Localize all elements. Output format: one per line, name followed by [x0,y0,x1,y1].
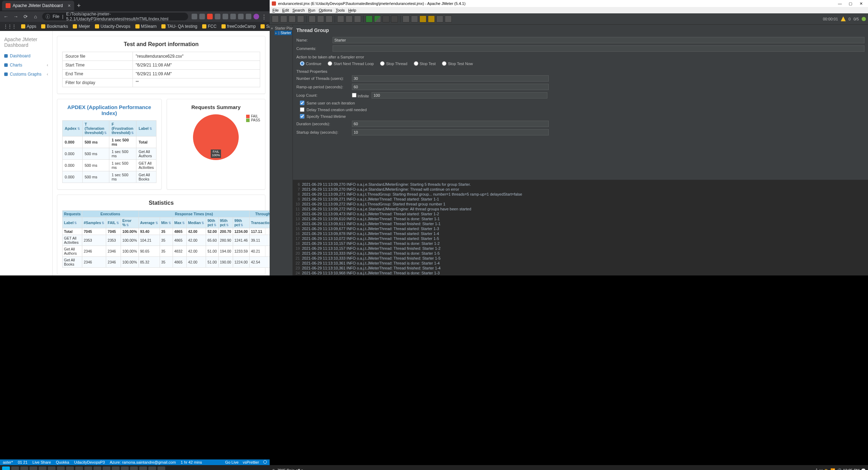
apdex-col[interactable]: F (Frustration threshold)⇅ [109,121,136,136]
bookmark-item[interactable]: Bookmarks [41,24,68,29]
collapse-icon[interactable] [346,15,353,23]
taskbar-app[interactable] [30,466,37,470]
close-button[interactable]: ✕ [856,1,866,6]
bookmark-item[interactable]: Udacity-Devops [95,24,130,29]
taskbar-app[interactable] [39,466,46,470]
tray-icon[interactable]: ⬚ [819,468,823,470]
taskbar-app[interactable] [103,466,110,470]
forward-button[interactable]: → [13,14,19,19]
open-icon[interactable] [289,15,296,23]
tray-chevron-icon[interactable]: ˄ [816,468,818,470]
apps-button[interactable]: ⋮⋮⋮ [4,24,16,29]
tray-wifi-icon[interactable]: 📶 [830,468,835,470]
taskbar-app[interactable] [84,466,92,470]
name-input[interactable] [333,37,864,43]
taskbar-app[interactable] [94,466,101,470]
tree-threadgroup[interactable]: ▸Starter [275,31,292,35]
start-button[interactable] [2,466,10,470]
vscode-status-item[interactable]: aster* [3,460,13,464]
close-icon[interactable]: × [68,3,71,8]
apdex-col[interactable]: Label⇅ [136,121,156,136]
stats-col[interactable]: Max⇅ [173,217,186,228]
ext-icon[interactable] [192,14,197,19]
bell-icon[interactable] [263,460,267,464]
stop-icon[interactable] [382,15,390,23]
loop-input[interactable] [372,92,547,99]
stats-col[interactable]: Transactions/s⇅ [249,217,270,228]
cut-icon[interactable] [309,15,316,23]
bookmark-item[interactable]: Sauce Labs | Autom... [261,24,270,29]
delay-create-check[interactable] [300,107,304,112]
vscode-status-item[interactable]: Azure: ramona.saintandre@gmail.com [110,460,176,464]
vscode-status-item[interactable]: 1 hr 42 mins [181,460,202,464]
reset-search-icon[interactable] [428,15,435,23]
menu-options[interactable]: Options [317,8,334,12]
reload-button[interactable]: ⟳ [22,14,29,19]
duration-input[interactable] [352,121,549,127]
clear-all-icon[interactable] [411,15,418,23]
stats-col[interactable]: Median⇅ [187,217,206,228]
test-plan-tree[interactable]: ▾Starter Plan ▸Starter [270,25,293,275]
save-icon[interactable] [297,15,304,23]
specify-lifetime-check[interactable] [300,114,304,119]
taskview-icon[interactable] [20,466,28,470]
home-button[interactable]: ⌂ [32,14,39,19]
templates-icon[interactable] [280,15,287,23]
stats-col[interactable]: 90th pct⇅ [206,217,218,228]
back-button[interactable]: ← [3,14,9,19]
bookmark-item[interactable]: MSlearn [135,24,157,29]
menu-run[interactable]: Run [307,8,317,12]
toggle-icon[interactable] [354,15,361,23]
ext-icon[interactable] [238,14,244,19]
vscode-status-item[interactable]: Go Live [225,460,239,464]
num-threads-input[interactable] [352,75,549,82]
nav-dashboard[interactable]: Dashboard [0,51,52,61]
log-panel[interactable]: 62021-06-29 11:13:09,270 INFO o.a.j.e.St… [293,181,868,275]
chrome-menu-icon[interactable]: ⋮ [261,14,267,19]
help-icon[interactable] [445,15,452,23]
vscode-status-item[interactable]: Live Share [32,460,51,464]
bookmark-item[interactable]: freeCodeCamp [221,24,256,29]
omnibox[interactable]: i File | E:/Tools/apache-jmeter-5.2.1/Ud… [42,13,188,20]
expand-icon[interactable] [337,15,344,23]
taskbar-app[interactable] [148,466,156,470]
clear-icon[interactable] [403,15,410,23]
minimize-button[interactable]: — [835,1,845,6]
menu-search[interactable]: Search [291,8,306,12]
tray-icon[interactable]: ⛅ [824,468,829,470]
vscode-status-item[interactable]: vsPrettier [243,460,259,464]
dashboard-main[interactable]: Test and Report information Source file"… [53,31,270,275]
vscode-status-item[interactable]: Quokka [56,460,69,464]
ext-icon[interactable] [223,14,228,19]
vscode-status-item[interactable]: 01 21 [18,460,28,464]
bookmark-item[interactable]: Apps [21,24,36,29]
stats-col[interactable]: #Samples⇅ [82,217,106,228]
taskbar-app[interactable] [121,466,129,470]
ramp-input[interactable] [352,84,549,90]
stats-col[interactable]: Average⇅ [139,217,160,228]
taskbar-app[interactable] [48,466,56,470]
apdex-col[interactable]: T (Toleration threshold)⇅ [82,121,109,136]
ext-icon[interactable] [199,14,205,19]
warning-icon[interactable] [841,17,846,21]
start-icon[interactable] [366,15,373,23]
taskbar-app[interactable] [112,466,120,470]
new-icon[interactable] [272,15,279,23]
taskbar-app[interactable] [139,466,147,470]
nav-customs[interactable]: Customs Graphs [0,70,52,79]
start-notimers-icon[interactable] [374,15,381,23]
nav-charts[interactable]: Charts [0,61,52,70]
tree-root[interactable]: ▾Starter Plan [270,26,292,31]
bookmark-item[interactable]: TAU- QA testing [161,24,197,29]
apdex-col[interactable]: Apdex⇅ [63,121,83,136]
site-info-icon[interactable]: i [46,14,50,19]
function-helper-icon[interactable] [436,15,443,23]
bookmark-item[interactable]: Meijer [73,24,90,29]
comments-input[interactable] [333,45,864,52]
taskbar-app[interactable] [130,466,138,470]
new-tab-button[interactable]: + [77,2,81,9]
taskbar-app[interactable] [66,466,74,470]
bookmark-item[interactable]: FCC [202,24,217,29]
radio-stop-thread[interactable]: Stop Thread [380,61,407,66]
same-user-check[interactable] [300,101,304,105]
